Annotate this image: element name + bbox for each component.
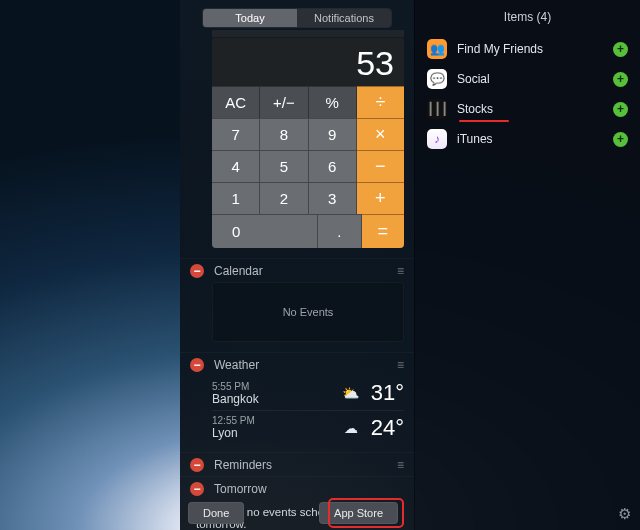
remove-widget-icon[interactable]: − — [190, 358, 204, 372]
remove-widget-icon[interactable]: − — [190, 482, 204, 496]
widget-weather: − Weather ≡ 5:55 PM Bangkok ⛅ 31° — [180, 352, 414, 444]
remove-widget-icon[interactable]: − — [190, 458, 204, 472]
itunes-icon: ♪ — [427, 129, 447, 149]
calc-key-9[interactable]: 9 — [309, 118, 357, 150]
today-panel: Today Notifications 53 AC +/− % ÷ — [180, 0, 414, 530]
calc-key-2[interactable]: 2 — [260, 182, 308, 214]
calc-key-4[interactable]: 4 — [212, 150, 260, 182]
calc-key-equals[interactable]: = — [362, 214, 405, 248]
calc-key-divide[interactable]: ÷ — [357, 86, 404, 118]
done-button[interactable]: Done — [188, 502, 244, 524]
item-label: iTunes — [457, 132, 493, 146]
remove-widget-icon[interactable]: − — [190, 264, 204, 278]
weather-row[interactable]: 5:55 PM Bangkok ⛅ 31° — [212, 376, 404, 410]
item-label: Social — [457, 72, 490, 86]
calc-key-dot[interactable]: . — [318, 214, 362, 248]
items-panel: Items (4) 👥 Find My Friends + 💬 Social +… — [414, 0, 640, 530]
tab-notifications[interactable]: Notifications — [297, 9, 391, 27]
item-label: Find My Friends — [457, 42, 543, 56]
widget-title: Weather — [214, 358, 397, 372]
weather-icon: ⛅ — [341, 385, 361, 401]
widget-calculator: 53 AC +/− % ÷ 7 8 9 × — [180, 30, 414, 258]
tab-today[interactable]: Today — [203, 9, 297, 27]
weather-temp: 24° — [371, 415, 404, 441]
item-row-itunes[interactable]: ♪ iTunes + — [415, 124, 640, 154]
calc-key-3[interactable]: 3 — [309, 182, 357, 214]
app-store-button[interactable]: App Store — [319, 502, 398, 524]
widget-title: Tomorrow — [214, 482, 404, 496]
calculator-display: 53 — [212, 38, 404, 86]
calc-key-add[interactable]: + — [357, 182, 404, 214]
add-widget-icon[interactable]: + — [613, 72, 628, 87]
add-widget-icon[interactable]: + — [613, 132, 628, 147]
add-widget-icon[interactable]: + — [613, 42, 628, 57]
items-panel-title: Items (4) — [415, 0, 640, 34]
item-row-find-my-friends[interactable]: 👥 Find My Friends + — [415, 34, 640, 64]
annotation-underline — [459, 120, 509, 122]
weather-icon: ☁ — [341, 420, 361, 436]
weather-temp: 31° — [371, 380, 404, 406]
calc-key-8[interactable]: 8 — [260, 118, 308, 150]
widget-title: Calendar — [214, 264, 397, 278]
calc-key-percent[interactable]: % — [309, 86, 357, 118]
calc-key-subtract[interactable]: − — [357, 150, 404, 182]
item-label: Stocks — [457, 102, 493, 116]
calendar-empty-state: No Events — [212, 282, 404, 342]
today-scroll[interactable]: 53 AC +/− % ÷ 7 8 9 × — [180, 30, 414, 530]
widget-reminders: − Reminders ≡ — [180, 452, 414, 476]
today-notifications-tabs: Today Notifications — [202, 8, 392, 28]
grip-icon[interactable]: ≡ — [397, 358, 404, 372]
widget-title: Reminders — [214, 458, 397, 472]
item-row-social[interactable]: 💬 Social + — [415, 64, 640, 94]
calc-key-0[interactable]: 0 — [212, 214, 318, 248]
social-icon: 💬 — [427, 69, 447, 89]
grip-icon[interactable]: ≡ — [397, 264, 404, 278]
weather-city: Bangkok — [212, 392, 259, 406]
weather-row[interactable]: 12:55 PM Lyon ☁ 24° — [212, 410, 404, 444]
weather-city: Lyon — [212, 426, 255, 440]
item-row-stocks[interactable]: ┃┃┃ Stocks + — [415, 94, 640, 124]
stocks-icon: ┃┃┃ — [427, 99, 447, 119]
calc-key-ac[interactable]: AC — [212, 86, 260, 118]
add-widget-icon[interactable]: + — [613, 102, 628, 117]
grip-icon[interactable]: ≡ — [397, 458, 404, 472]
find-my-friends-icon: 👥 — [427, 39, 447, 59]
calc-key-7[interactable]: 7 — [212, 118, 260, 150]
calc-key-sign[interactable]: +/− — [260, 86, 308, 118]
calc-key-1[interactable]: 1 — [212, 182, 260, 214]
widget-calendar: − Calendar ≡ No Events — [180, 258, 414, 342]
edit-footer: Done App Store — [180, 502, 640, 524]
calc-key-multiply[interactable]: × — [357, 118, 404, 150]
calc-key-5[interactable]: 5 — [260, 150, 308, 182]
weather-time: 5:55 PM — [212, 381, 259, 392]
weather-time: 12:55 PM — [212, 415, 255, 426]
calc-key-6[interactable]: 6 — [309, 150, 357, 182]
